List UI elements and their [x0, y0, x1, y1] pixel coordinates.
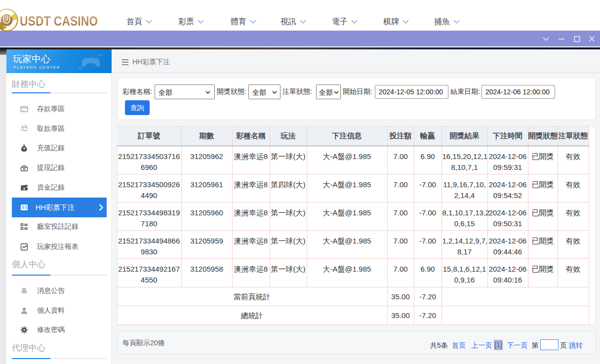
svg-text:casino: casino: [3, 25, 10, 28]
